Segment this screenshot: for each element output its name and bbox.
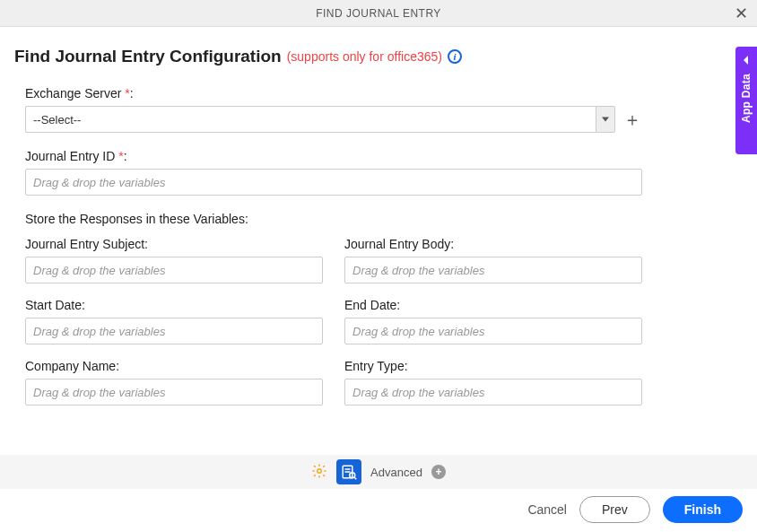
prev-button[interactable]: Prev: [579, 496, 650, 523]
start-date-input[interactable]: [25, 318, 323, 344]
field-subject: Journal Entry Subject:: [25, 237, 323, 283]
entry-type-input[interactable]: [344, 379, 642, 406]
exchange-server-select[interactable]: [25, 106, 615, 133]
exchange-server-label: Exchange Server *:: [25, 86, 642, 100]
company-input[interactable]: [25, 379, 323, 406]
required-mark: *: [121, 86, 129, 100]
field-entry-type: Entry Type:: [344, 359, 642, 406]
gear-icon[interactable]: [311, 463, 327, 482]
journal-entry-id-label-text: Journal Entry ID: [25, 149, 115, 163]
footer-buttons: Cancel Prev Finish: [527, 496, 743, 523]
add-exchange-server-button[interactable]: ＋: [622, 109, 642, 129]
field-company: Company Name:: [25, 359, 323, 406]
company-label: Company Name:: [25, 359, 323, 373]
chevron-down-icon: [602, 116, 609, 123]
journal-entry-id-input[interactable]: [25, 169, 642, 196]
body-input[interactable]: [344, 257, 642, 283]
advanced-label[interactable]: Advanced: [370, 466, 422, 479]
advanced-expand-icon[interactable]: +: [431, 465, 446, 479]
chevron-left-icon: [742, 56, 751, 65]
heading-row: Find Journal Entry Configuration (suppor…: [14, 47, 743, 66]
info-icon[interactable]: i: [448, 49, 462, 64]
titlebar: FIND JOURNAL ENTRY ✕: [0, 0, 757, 27]
field-start: Start Date:: [25, 298, 323, 344]
form-preview-icon[interactable]: [336, 459, 361, 484]
app-data-tab[interactable]: App Data: [735, 47, 757, 154]
required-mark: *: [115, 149, 123, 163]
page-body: Find Journal Entry Configuration (suppor…: [0, 27, 757, 406]
field-end: End Date:: [344, 298, 642, 344]
svg-point-0: [318, 468, 322, 473]
footer-toolbar: Advanced +: [0, 455, 757, 489]
store-responses-label: Store the Responses in these Variables:: [25, 212, 642, 226]
journal-entry-id-label: Journal Entry ID *:: [25, 149, 642, 163]
response-fields-grid: Journal Entry Subject: Journal Entry Bod…: [25, 237, 642, 406]
subject-label: Journal Entry Subject:: [25, 237, 323, 251]
config-form: Exchange Server *: ＋ Journal Entry ID *:…: [14, 86, 642, 406]
exchange-server-label-text: Exchange Server: [25, 86, 121, 100]
journal-entry-id-row: [25, 169, 642, 196]
exchange-server-value[interactable]: [25, 106, 596, 133]
svg-line-5: [354, 477, 356, 479]
page-subtitle: (supports only for office365): [287, 49, 442, 64]
cancel-button[interactable]: Cancel: [527, 502, 567, 517]
titlebar-title: FIND JOURNAL ENTRY: [316, 7, 441, 20]
page-title: Find Journal Entry Configuration: [14, 47, 282, 66]
close-icon[interactable]: ✕: [735, 5, 748, 22]
body-label: Journal Entry Body:: [344, 237, 642, 251]
subject-input[interactable]: [25, 257, 323, 283]
field-body: Journal Entry Body:: [344, 237, 642, 283]
end-date-input[interactable]: [344, 318, 642, 344]
start-date-label: Start Date:: [25, 298, 323, 312]
app-data-tab-label: App Data: [740, 74, 753, 123]
dropdown-toggle[interactable]: [596, 106, 615, 133]
entry-type-label: Entry Type:: [344, 359, 642, 373]
finish-button[interactable]: Finish: [663, 496, 743, 523]
end-date-label: End Date:: [344, 298, 642, 312]
exchange-server-row: ＋: [25, 106, 642, 133]
